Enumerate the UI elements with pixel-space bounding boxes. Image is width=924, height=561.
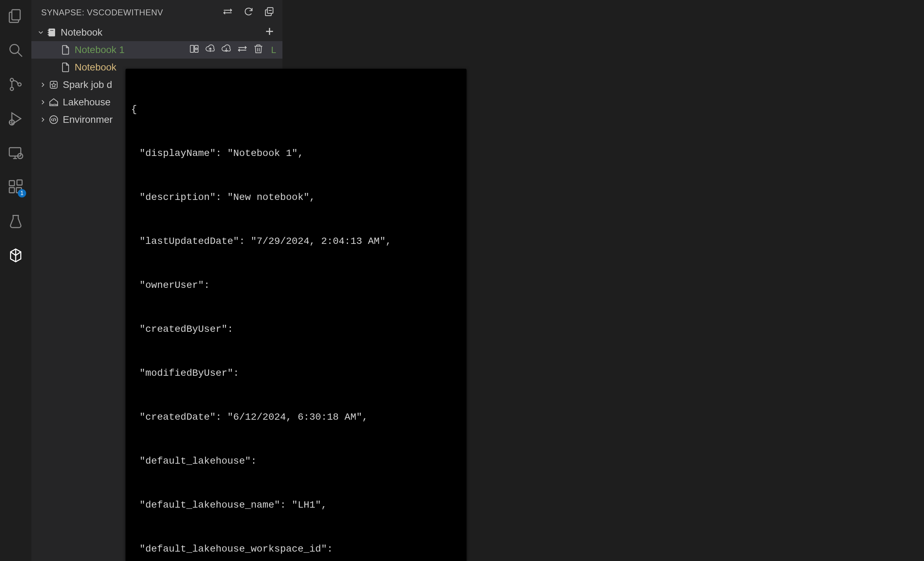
extensions-badge: 1 xyxy=(18,189,26,197)
run-debug-icon[interactable] xyxy=(7,110,25,128)
cloud-download-icon[interactable] xyxy=(221,44,231,57)
json-line: "description": "New notebook", xyxy=(131,190,461,205)
lakehouse-icon xyxy=(47,97,60,107)
tree-label: Notebook xyxy=(75,62,117,73)
svg-rect-15 xyxy=(9,188,15,193)
synapse-extension-icon[interactable] xyxy=(7,246,25,265)
extensions-icon[interactable]: 1 xyxy=(7,178,25,196)
sync-icon[interactable] xyxy=(222,6,233,19)
svg-point-4 xyxy=(10,87,13,90)
chevron-down-icon xyxy=(36,29,45,36)
notebook-group-icon xyxy=(45,27,58,38)
json-line: "default_lakehouse": xyxy=(131,454,461,469)
tree-label: Spark job d xyxy=(63,79,112,90)
chevron-right-icon xyxy=(38,116,47,123)
json-line: "createdByUser": xyxy=(131,322,461,337)
json-line: "default_lakehouse_name": "LH1", xyxy=(131,498,461,513)
delete-icon[interactable] xyxy=(253,44,264,57)
svg-rect-0 xyxy=(12,10,20,20)
search-icon[interactable] xyxy=(7,41,25,59)
panel-header: SYNAPSE: VSCODEWITHENV xyxy=(32,0,282,24)
file-icon xyxy=(59,62,72,72)
chevron-right-icon xyxy=(38,98,47,106)
app-root: 1 SYNAPSE: VSCODEWITHENV xyxy=(0,0,924,561)
json-line: "displayName": "Notebook 1", xyxy=(131,146,461,161)
tree-group-notebook[interactable]: Notebook xyxy=(32,24,282,41)
add-notebook-button[interactable] xyxy=(264,26,282,39)
svg-line-2 xyxy=(18,52,22,57)
json-open: { xyxy=(131,102,461,117)
activity-bar: 1 xyxy=(0,0,32,561)
tree-label: Notebook 1 xyxy=(75,44,124,56)
json-line: "ownerUser": xyxy=(131,278,461,293)
refresh-icon[interactable] xyxy=(243,6,254,19)
json-line: "lastUpdatedDate": "7/29/2024, 2:04:13 A… xyxy=(131,234,461,249)
tree-label: Notebook xyxy=(61,27,102,38)
status-letter: L xyxy=(271,45,276,56)
tree-item-notebook-1[interactable]: Notebook 1 xyxy=(32,41,282,59)
svg-rect-17 xyxy=(17,180,22,185)
source-control-icon[interactable] xyxy=(7,75,25,93)
svg-rect-10 xyxy=(9,147,21,156)
testing-icon[interactable] xyxy=(7,212,25,230)
sparkjob-icon xyxy=(47,80,60,90)
cloud-upload-icon[interactable] xyxy=(205,44,216,57)
remote-explorer-icon[interactable] xyxy=(7,144,25,162)
json-line: "default_lakehouse_workspace_id": xyxy=(131,542,461,556)
hover-tooltip: { "displayName": "Notebook 1", "descript… xyxy=(126,69,466,561)
svg-rect-14 xyxy=(9,181,15,186)
tree-label: Environmer xyxy=(63,114,112,125)
explorer-icon[interactable] xyxy=(7,7,25,25)
json-line: "modifiedByUser": xyxy=(131,366,461,381)
tooltip-json: { "displayName": "Notebook 1", "descript… xyxy=(131,73,461,561)
file-icon xyxy=(59,45,72,55)
tree-item-actions: L xyxy=(189,44,282,57)
json-line: "createdDate": "6/12/2024, 6:30:18 AM", xyxy=(131,410,461,424)
svg-point-1 xyxy=(10,45,19,54)
environment-icon xyxy=(47,114,60,125)
svg-rect-28 xyxy=(190,45,194,52)
tree-label: Lakehouse xyxy=(63,97,111,108)
svg-rect-22 xyxy=(50,30,54,32)
svg-line-37 xyxy=(53,118,54,122)
svg-point-3 xyxy=(10,78,13,82)
panel-title: SYNAPSE: VSCODEWITHENV xyxy=(41,8,163,17)
collapse-all-icon[interactable] xyxy=(264,6,275,19)
open-notebook-icon[interactable] xyxy=(189,44,200,57)
panel-header-actions xyxy=(222,6,275,19)
sync-item-icon[interactable] xyxy=(237,44,248,57)
svg-point-30 xyxy=(195,48,197,50)
chevron-right-icon xyxy=(38,81,47,89)
